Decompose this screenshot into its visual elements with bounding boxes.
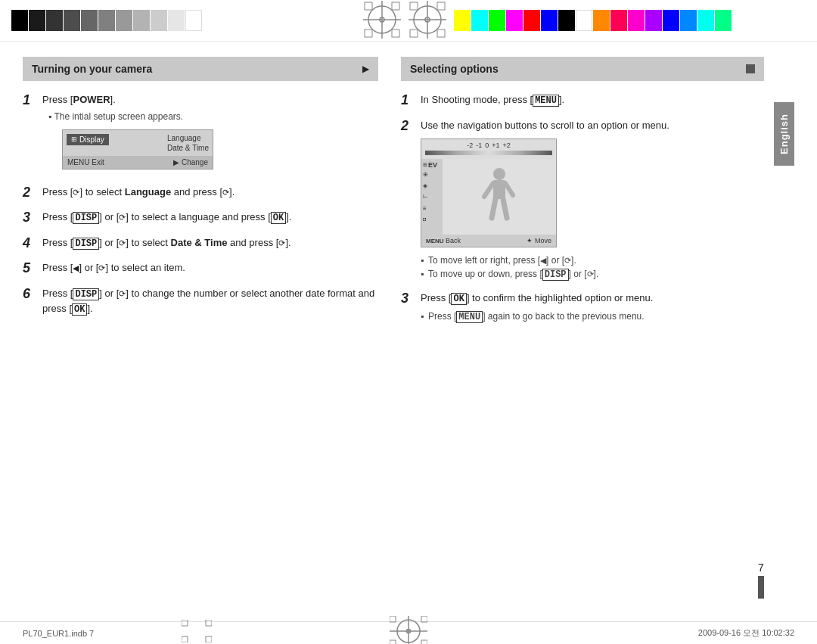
- camera-screen-footer: MENU Back ✦ Move: [421, 235, 556, 247]
- file-info: PL70_EUR1.indb 7: [23, 629, 94, 638]
- main-content: Turning on your camera ▶ 1 Press [POWER]…: [0, 42, 817, 621]
- left-column: Turning on your camera ▶ 1 Press [POWER]…: [23, 57, 393, 614]
- step-5: 5 Press [◀] or [⟳] to select an item.: [23, 260, 378, 277]
- change-label: ▶ Change: [173, 158, 208, 166]
- svg-rect-14: [410, 30, 418, 37]
- bullet-move-lr: To move left or right, press [◀] or [⟳].: [421, 254, 764, 267]
- svg-rect-7: [392, 30, 399, 37]
- display-button: ⊞ Display: [67, 134, 109, 145]
- camera-main-view: [443, 159, 556, 235]
- step-5-content: Press [◀] or [⟳] to select an item.: [42, 260, 378, 275]
- camera-move-label: ✦ Move: [527, 237, 551, 244]
- right-step-2-content: Use the navigation buttons to scroll to …: [421, 118, 764, 282]
- right-step-2-number: 2: [401, 118, 416, 135]
- page-footer: PL70_EUR1.indb 7 2009-09-16 오전 10:02:32: [0, 621, 817, 644]
- page-number: 7: [758, 562, 764, 574]
- svg-rect-4: [365, 2, 372, 10]
- right-section-title: Selecting options: [410, 63, 499, 75]
- step-4-number: 4: [23, 235, 38, 252]
- step-3-bullets: Press [MENU] again to go back to the pre…: [421, 310, 764, 324]
- english-tab-label: English: [774, 102, 794, 166]
- square-stop-icon: [746, 64, 755, 73]
- left-section-title: Turning on your camera: [32, 63, 152, 75]
- svg-rect-25: [206, 636, 212, 642]
- step-4: 4 Press [DISP] or [⟳] to select Date & T…: [23, 235, 378, 252]
- bullet-move-ud: To move up or down, press [DISP] or [⟳].: [421, 267, 764, 282]
- svg-rect-6: [365, 30, 372, 37]
- step-3-number: 3: [23, 210, 38, 226]
- svg-rect-32: [390, 640, 396, 644]
- step-1: 1 Press [POWER]. The intial setup screen…: [23, 92, 378, 176]
- svg-rect-15: [437, 30, 445, 37]
- svg-rect-13: [437, 2, 445, 10]
- setup-screen-mockup: ⊞ Display Language Date & Time MENU Exit…: [62, 129, 213, 170]
- svg-line-18: [484, 183, 493, 197]
- svg-rect-12: [410, 2, 418, 10]
- page-number-area: 7: [758, 562, 764, 599]
- black-gradient-bars: [0, 2, 213, 39]
- bottom-crosshair-center-icon: [390, 616, 427, 644]
- svg-rect-22: [182, 620, 188, 626]
- step-4-content: Press [DISP] or [⟳] to select Date & Tim…: [42, 235, 378, 250]
- svg-rect-31: [421, 616, 427, 622]
- right-step-3: 3 Press [OK] to confirm the highlighted …: [401, 291, 764, 324]
- right-step-3-content: Press [OK] to confirm the highlighted op…: [421, 291, 764, 324]
- right-column: Selecting options 1 In Shooting mode, pr…: [393, 57, 794, 614]
- top-color-bar: [0, 0, 817, 42]
- camera-back-label: MENU Back: [426, 237, 461, 244]
- svg-rect-5: [392, 2, 399, 10]
- step-6-content: Press [DISP] or [⟳] to change the number…: [42, 286, 378, 316]
- person-silhouette: [480, 166, 518, 227]
- right-step-2: 2 Use the navigation buttons to scroll t…: [401, 118, 764, 282]
- right-step-1-number: 1: [401, 92, 416, 109]
- camera-screen-mockup: -2 -1 0 +1 +2 ⊞ EV: [421, 138, 557, 247]
- svg-line-21: [503, 199, 507, 218]
- crosshair-left-icon: [363, 1, 401, 41]
- step-2-content: Press [⟳] to select Language and press […: [42, 185, 378, 200]
- step-6-number: 6: [23, 286, 38, 303]
- step-2-number: 2: [23, 185, 38, 201]
- camera-sidebar-icons: ⊞ EV ⊕ ◈ I– ≡ ◘: [421, 159, 443, 235]
- svg-rect-30: [390, 616, 396, 622]
- svg-line-19: [505, 183, 513, 195]
- bullet-menu-back: Press [MENU] again to go back to the pre…: [421, 310, 764, 324]
- bottom-crosshair-left-icon: [182, 620, 212, 644]
- right-step-1: 1 In Shooting mode, press [MENU].: [401, 92, 764, 109]
- menu-exit-label: MENU Exit: [67, 158, 104, 166]
- right-step-3-number: 3: [401, 291, 416, 307]
- step-3: 3 Press [DISP] or [⟳] to select a langua…: [23, 210, 378, 226]
- step-5-number: 5: [23, 260, 38, 277]
- date-info: 2009-09-16 오전 10:02:32: [698, 627, 794, 639]
- english-tab: English: [773, 102, 794, 166]
- right-step-1-content: In Shooting mode, press [MENU].: [421, 92, 764, 107]
- right-section-header: Selecting options: [401, 57, 764, 81]
- crosshair-right-icon: [408, 1, 446, 41]
- step-1-content: Press [POWER]. The intial setup screen a…: [42, 92, 378, 176]
- color-bars: [454, 10, 817, 31]
- left-section-header: Turning on your camera ▶: [23, 57, 378, 81]
- page-marker: [758, 576, 764, 599]
- step-2: 2 Press [⟳] to select Language and press…: [23, 185, 378, 201]
- svg-rect-24: [182, 636, 188, 642]
- step-2-bullets: To move left or right, press [◀] or [⟳].…: [421, 254, 764, 282]
- step-6: 6 Press [DISP] or [⟳] to change the numb…: [23, 286, 378, 316]
- arrow-right-icon: ▶: [362, 64, 369, 74]
- setup-options: Language Date & Time: [167, 134, 209, 152]
- step-1-number: 1: [23, 92, 38, 109]
- svg-rect-23: [206, 620, 212, 626]
- setup-footer: MENU Exit ▶ Change: [63, 156, 213, 169]
- step-3-content: Press [DISP] or [⟳] to select a language…: [42, 210, 378, 225]
- svg-point-16: [493, 168, 505, 180]
- svg-rect-33: [421, 640, 427, 644]
- svg-line-20: [492, 199, 495, 218]
